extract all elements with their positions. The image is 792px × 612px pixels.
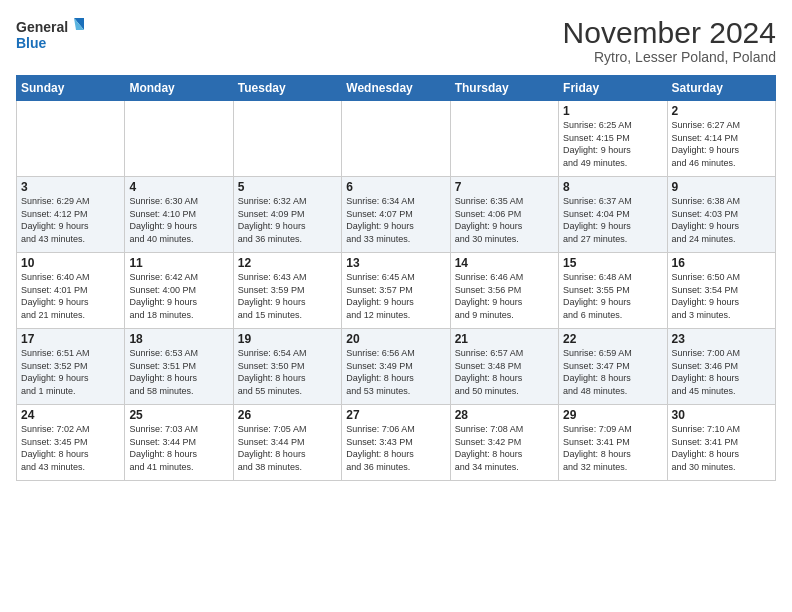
day-info: Sunrise: 6:59 AM Sunset: 3:47 PM Dayligh… <box>563 347 662 397</box>
day-info: Sunrise: 7:09 AM Sunset: 3:41 PM Dayligh… <box>563 423 662 473</box>
calendar-cell: 6Sunrise: 6:34 AM Sunset: 4:07 PM Daylig… <box>342 177 450 253</box>
day-info: Sunrise: 6:37 AM Sunset: 4:04 PM Dayligh… <box>563 195 662 245</box>
col-friday: Friday <box>559 76 667 101</box>
week-row-0: 1Sunrise: 6:25 AM Sunset: 4:15 PM Daylig… <box>17 101 776 177</box>
day-info: Sunrise: 7:02 AM Sunset: 3:45 PM Dayligh… <box>21 423 120 473</box>
svg-text:General: General <box>16 19 68 35</box>
calendar-cell: 11Sunrise: 6:42 AM Sunset: 4:00 PM Dayli… <box>125 253 233 329</box>
day-info: Sunrise: 6:43 AM Sunset: 3:59 PM Dayligh… <box>238 271 337 321</box>
day-number: 4 <box>129 180 228 194</box>
day-info: Sunrise: 6:35 AM Sunset: 4:06 PM Dayligh… <box>455 195 554 245</box>
day-info: Sunrise: 6:32 AM Sunset: 4:09 PM Dayligh… <box>238 195 337 245</box>
day-number: 17 <box>21 332 120 346</box>
logo: General Blue <box>16 16 86 56</box>
day-number: 18 <box>129 332 228 346</box>
day-info: Sunrise: 6:40 AM Sunset: 4:01 PM Dayligh… <box>21 271 120 321</box>
day-info: Sunrise: 6:45 AM Sunset: 3:57 PM Dayligh… <box>346 271 445 321</box>
day-info: Sunrise: 6:50 AM Sunset: 3:54 PM Dayligh… <box>672 271 771 321</box>
day-info: Sunrise: 6:46 AM Sunset: 3:56 PM Dayligh… <box>455 271 554 321</box>
calendar-table: Sunday Monday Tuesday Wednesday Thursday… <box>16 75 776 481</box>
calendar-cell: 28Sunrise: 7:08 AM Sunset: 3:42 PM Dayli… <box>450 405 558 481</box>
calendar-cell: 12Sunrise: 6:43 AM Sunset: 3:59 PM Dayli… <box>233 253 341 329</box>
day-info: Sunrise: 6:42 AM Sunset: 4:00 PM Dayligh… <box>129 271 228 321</box>
day-number: 27 <box>346 408 445 422</box>
day-number: 7 <box>455 180 554 194</box>
day-number: 5 <box>238 180 337 194</box>
col-saturday: Saturday <box>667 76 775 101</box>
calendar-cell: 3Sunrise: 6:29 AM Sunset: 4:12 PM Daylig… <box>17 177 125 253</box>
week-row-2: 10Sunrise: 6:40 AM Sunset: 4:01 PM Dayli… <box>17 253 776 329</box>
calendar-cell <box>233 101 341 177</box>
day-info: Sunrise: 7:00 AM Sunset: 3:46 PM Dayligh… <box>672 347 771 397</box>
day-number: 21 <box>455 332 554 346</box>
day-info: Sunrise: 6:56 AM Sunset: 3:49 PM Dayligh… <box>346 347 445 397</box>
col-monday: Monday <box>125 76 233 101</box>
day-number: 19 <box>238 332 337 346</box>
calendar-cell: 1Sunrise: 6:25 AM Sunset: 4:15 PM Daylig… <box>559 101 667 177</box>
calendar-cell: 25Sunrise: 7:03 AM Sunset: 3:44 PM Dayli… <box>125 405 233 481</box>
svg-text:Blue: Blue <box>16 35 47 51</box>
calendar-cell: 15Sunrise: 6:48 AM Sunset: 3:55 PM Dayli… <box>559 253 667 329</box>
calendar-cell: 17Sunrise: 6:51 AM Sunset: 3:52 PM Dayli… <box>17 329 125 405</box>
day-number: 2 <box>672 104 771 118</box>
calendar-cell: 9Sunrise: 6:38 AM Sunset: 4:03 PM Daylig… <box>667 177 775 253</box>
day-number: 3 <box>21 180 120 194</box>
calendar-cell: 10Sunrise: 6:40 AM Sunset: 4:01 PM Dayli… <box>17 253 125 329</box>
day-info: Sunrise: 6:57 AM Sunset: 3:48 PM Dayligh… <box>455 347 554 397</box>
day-info: Sunrise: 7:03 AM Sunset: 3:44 PM Dayligh… <box>129 423 228 473</box>
day-info: Sunrise: 6:38 AM Sunset: 4:03 PM Dayligh… <box>672 195 771 245</box>
main-title: November 2024 <box>563 16 776 49</box>
day-number: 23 <box>672 332 771 346</box>
day-info: Sunrise: 7:08 AM Sunset: 3:42 PM Dayligh… <box>455 423 554 473</box>
calendar-cell <box>342 101 450 177</box>
calendar-header-row: Sunday Monday Tuesday Wednesday Thursday… <box>17 76 776 101</box>
day-number: 10 <box>21 256 120 270</box>
week-row-4: 24Sunrise: 7:02 AM Sunset: 3:45 PM Dayli… <box>17 405 776 481</box>
calendar-cell: 8Sunrise: 6:37 AM Sunset: 4:04 PM Daylig… <box>559 177 667 253</box>
day-info: Sunrise: 7:06 AM Sunset: 3:43 PM Dayligh… <box>346 423 445 473</box>
day-number: 25 <box>129 408 228 422</box>
day-info: Sunrise: 7:10 AM Sunset: 3:41 PM Dayligh… <box>672 423 771 473</box>
calendar-cell: 7Sunrise: 6:35 AM Sunset: 4:06 PM Daylig… <box>450 177 558 253</box>
day-info: Sunrise: 6:54 AM Sunset: 3:50 PM Dayligh… <box>238 347 337 397</box>
day-number: 28 <box>455 408 554 422</box>
day-info: Sunrise: 6:25 AM Sunset: 4:15 PM Dayligh… <box>563 119 662 169</box>
col-thursday: Thursday <box>450 76 558 101</box>
day-number: 1 <box>563 104 662 118</box>
day-number: 26 <box>238 408 337 422</box>
col-tuesday: Tuesday <box>233 76 341 101</box>
calendar-cell: 21Sunrise: 6:57 AM Sunset: 3:48 PM Dayli… <box>450 329 558 405</box>
calendar-cell: 26Sunrise: 7:05 AM Sunset: 3:44 PM Dayli… <box>233 405 341 481</box>
calendar-cell: 24Sunrise: 7:02 AM Sunset: 3:45 PM Dayli… <box>17 405 125 481</box>
calendar-cell: 2Sunrise: 6:27 AM Sunset: 4:14 PM Daylig… <box>667 101 775 177</box>
day-number: 16 <box>672 256 771 270</box>
header: General Blue November 2024 Rytro, Lesser… <box>16 16 776 65</box>
day-info: Sunrise: 6:34 AM Sunset: 4:07 PM Dayligh… <box>346 195 445 245</box>
day-number: 9 <box>672 180 771 194</box>
day-number: 15 <box>563 256 662 270</box>
day-number: 24 <box>21 408 120 422</box>
calendar-cell: 18Sunrise: 6:53 AM Sunset: 3:51 PM Dayli… <box>125 329 233 405</box>
calendar-cell: 30Sunrise: 7:10 AM Sunset: 3:41 PM Dayli… <box>667 405 775 481</box>
col-wednesday: Wednesday <box>342 76 450 101</box>
day-info: Sunrise: 7:05 AM Sunset: 3:44 PM Dayligh… <box>238 423 337 473</box>
day-number: 6 <box>346 180 445 194</box>
day-number: 14 <box>455 256 554 270</box>
calendar-cell <box>125 101 233 177</box>
day-number: 11 <box>129 256 228 270</box>
day-number: 13 <box>346 256 445 270</box>
calendar-cell: 20Sunrise: 6:56 AM Sunset: 3:49 PM Dayli… <box>342 329 450 405</box>
day-info: Sunrise: 6:29 AM Sunset: 4:12 PM Dayligh… <box>21 195 120 245</box>
calendar-cell: 29Sunrise: 7:09 AM Sunset: 3:41 PM Dayli… <box>559 405 667 481</box>
col-sunday: Sunday <box>17 76 125 101</box>
calendar-cell: 4Sunrise: 6:30 AM Sunset: 4:10 PM Daylig… <box>125 177 233 253</box>
calendar-cell: 27Sunrise: 7:06 AM Sunset: 3:43 PM Dayli… <box>342 405 450 481</box>
logo-svg: General Blue <box>16 16 86 56</box>
day-info: Sunrise: 6:27 AM Sunset: 4:14 PM Dayligh… <box>672 119 771 169</box>
day-number: 22 <box>563 332 662 346</box>
calendar-cell: 22Sunrise: 6:59 AM Sunset: 3:47 PM Dayli… <box>559 329 667 405</box>
calendar-cell: 23Sunrise: 7:00 AM Sunset: 3:46 PM Dayli… <box>667 329 775 405</box>
title-block: November 2024 Rytro, Lesser Poland, Pola… <box>563 16 776 65</box>
day-number: 30 <box>672 408 771 422</box>
day-info: Sunrise: 6:53 AM Sunset: 3:51 PM Dayligh… <box>129 347 228 397</box>
